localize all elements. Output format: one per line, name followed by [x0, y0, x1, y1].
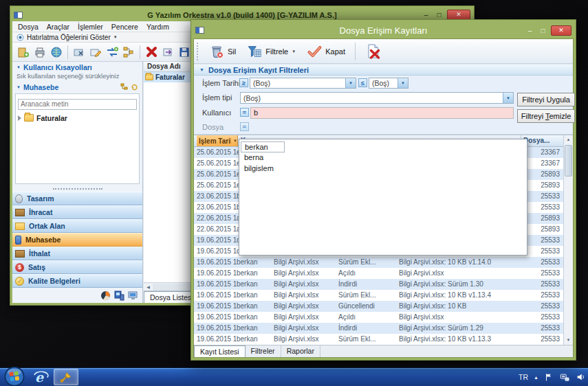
taskbar: e TR ▲ [0, 367, 588, 386]
chevron-down-icon[interactable]: ▼ [398, 78, 408, 88]
operator-eq-icon[interactable]: = [240, 108, 249, 117]
tree-view-icon[interactable] [120, 83, 128, 91]
column-header-date[interactable]: İşlem Tarihi ▼ [197, 135, 238, 146]
hierarchy-icon[interactable] [122, 45, 135, 59]
group-header-muhasebe[interactable]: ▼ Muhasebe [12, 82, 142, 92]
menu-item[interactable]: Araçlar [47, 23, 69, 31]
add-item-icon[interactable] [17, 45, 30, 59]
scroll-left-icon[interactable]: ◀ [144, 284, 153, 289]
chart-icon[interactable] [100, 290, 111, 302]
search-input[interactable] [18, 99, 137, 110]
folder-edit-icon[interactable] [89, 45, 102, 59]
filter-section-header[interactable]: ▼ Dosya Erişim Kayıt Filtreleri [194, 64, 573, 76]
delete-record-button[interactable]: Sil [206, 43, 239, 60]
close-dialog-button[interactable]: Kapat [304, 43, 348, 60]
globe-icon[interactable] [50, 45, 63, 59]
table-row[interactable]: 19.06.2015 1... berkan Bilgi Arşivi.xlsx… [194, 323, 563, 334]
apply-filter-button[interactable]: Filtreyi Uygula [517, 93, 575, 106]
scroll-down-icon[interactable]: ▼ [564, 336, 573, 345]
collapse-icon[interactable]: ▼ [199, 67, 204, 72]
network-icon[interactable] [559, 372, 570, 382]
operator-gte-icon[interactable]: ≥ [239, 78, 248, 87]
tree-item-faturalar[interactable]: Faturalar [18, 112, 137, 124]
chevron-down-icon[interactable]: ▼ [345, 78, 356, 88]
speaker-icon[interactable] [576, 372, 585, 382]
desktop: G Yazılım Orkestra v1.0 (build 1400) [G-… [0, 0, 588, 386]
computer-icon[interactable] [113, 290, 125, 302]
nav-item[interactable]: İthalat [12, 247, 142, 260]
start-button[interactable] [4, 366, 25, 386]
orkestra-taskbar-button[interactable] [54, 369, 78, 385]
show-hidden-icons[interactable]: ▲ [534, 375, 538, 380]
splitter-grip[interactable] [53, 188, 102, 190]
minimize-icon[interactable]: – [421, 11, 431, 19]
type-select[interactable]: (Boş) ▼ [240, 92, 514, 104]
menu-item[interactable]: Yardım [146, 23, 169, 31]
chevron-down-icon[interactable]: ▼ [292, 49, 296, 54]
folder-delete-icon[interactable] [72, 45, 86, 59]
date-from-select[interactable]: (Boş) ▼ [250, 78, 356, 89]
table-row[interactable]: 19.06.2015 1... berkan Bilgi Arşivi.xlsx… [194, 334, 563, 345]
table-row[interactable]: 19.06.2015 1... berkan Bilgi Arşivi.xlsx… [194, 279, 563, 290]
scroll-up-icon[interactable]: ▲ [564, 135, 573, 144]
table-row[interactable]: 19.06.2015 1... berkan Bilgi Arşivi.xlsx… [194, 268, 563, 279]
print-icon[interactable] [33, 45, 47, 59]
table-row[interactable]: 19.06.2015 1... berkan Bilgi Arşivi.xlsx… [194, 312, 563, 323]
toolbar-grip[interactable] [197, 43, 199, 60]
tab[interactable]: Raporlar [281, 345, 320, 357]
nav-item[interactable]: Tasarım [12, 192, 142, 205]
refresh-icon[interactable] [131, 83, 138, 91]
collapse-icon[interactable]: ▼ [17, 65, 21, 69]
vertical-scrollbar[interactable]: ▲ ▼ [563, 135, 573, 345]
tab[interactable]: Kayıt Listesi [194, 345, 246, 357]
transfer-icon[interactable] [105, 45, 119, 59]
autocomplete-item[interactable]: berna [241, 152, 527, 163]
maximize-icon[interactable]: □ [538, 27, 548, 34]
chevron-down-icon[interactable]: ▼ [113, 35, 118, 39]
chevron-down-icon[interactable]: ▼ [503, 93, 513, 103]
shortcuts-header[interactable]: ▼ Kullanıcı Kısayolları [12, 62, 142, 72]
scrollbar-thumb[interactable] [565, 145, 572, 177]
dialog-window: Dosya Erişim Kayıtları – □ ✕ Sil Filtrel… [190, 19, 576, 361]
table-row[interactable]: 19.06.2015 1... berkan Bilgi Arşivi.xlsx… [194, 257, 563, 268]
nav-item[interactable]: Ortak Alan [12, 219, 142, 233]
menu-item[interactable]: Dosya [18, 23, 39, 31]
reminder-toggle[interactable]: Hatırlatma Öğelerini Göster [27, 34, 111, 41]
user-filter-input[interactable]: b [250, 107, 514, 119]
delete-icon[interactable] [144, 45, 158, 59]
monitor-icon[interactable] [127, 290, 139, 302]
shortcut-tree: Faturalar [15, 93, 140, 184]
date-to-select[interactable]: (Boş) ▼ [369, 78, 409, 89]
language-indicator[interactable]: TR [519, 373, 528, 381]
action-center-flag-icon[interactable] [544, 372, 554, 382]
box-icon [15, 250, 25, 258]
save-icon[interactable] [177, 45, 191, 59]
maximize-icon[interactable]: □ [434, 11, 444, 19]
table-row[interactable]: 19.06.2015 1... berkan Bilgi Arşivi.xlsx… [194, 290, 563, 301]
tab[interactable]: Filtreler [246, 345, 281, 357]
close-icon[interactable]: ✕ [551, 25, 571, 36]
minimize-icon[interactable]: – [525, 27, 535, 34]
autocomplete-item[interactable]: berkan [241, 141, 285, 152]
operator-eq-icon[interactable]: = [240, 122, 249, 131]
table-row[interactable]: 19.06.2015 1... berkan Bilgi Arşivi.xlsx… [194, 301, 563, 312]
dialog-toolbar: Sil Filtrele ▼ Kapat [194, 39, 573, 64]
internet-explorer-icon[interactable]: e [30, 369, 51, 385]
send-folder-icon[interactable] [161, 45, 175, 59]
nav-item[interactable]: Muhasebe [12, 233, 142, 247]
operator-lte-icon[interactable]: ≤ [358, 78, 367, 87]
filter-button[interactable]: Filtrele ▼ [244, 43, 298, 60]
dialog-title-bar[interactable]: Dosya Erişim Kayıtları – □ ✕ [193, 22, 574, 38]
expander-icon[interactable] [18, 115, 21, 121]
nav-item[interactable]: Satış [12, 260, 142, 274]
menu-item[interactable]: Pencere [111, 23, 138, 31]
cancel-document-button[interactable] [362, 42, 384, 61]
close-button[interactable]: ✕ [447, 10, 470, 20]
dialog-tabs: Kayıt ListesiFiltrelerRaporlar [194, 345, 573, 357]
menu-item[interactable]: İşlemler [78, 23, 103, 31]
collapse-icon[interactable]: ▼ [17, 85, 21, 89]
clear-filter-button[interactable]: Filtreyi Temizle [517, 109, 575, 123]
nav-item[interactable]: Kalite Belgeleri [12, 274, 142, 288]
autocomplete-item[interactable]: bilgislem [241, 163, 527, 174]
nav-item[interactable]: İhracat [12, 205, 142, 219]
